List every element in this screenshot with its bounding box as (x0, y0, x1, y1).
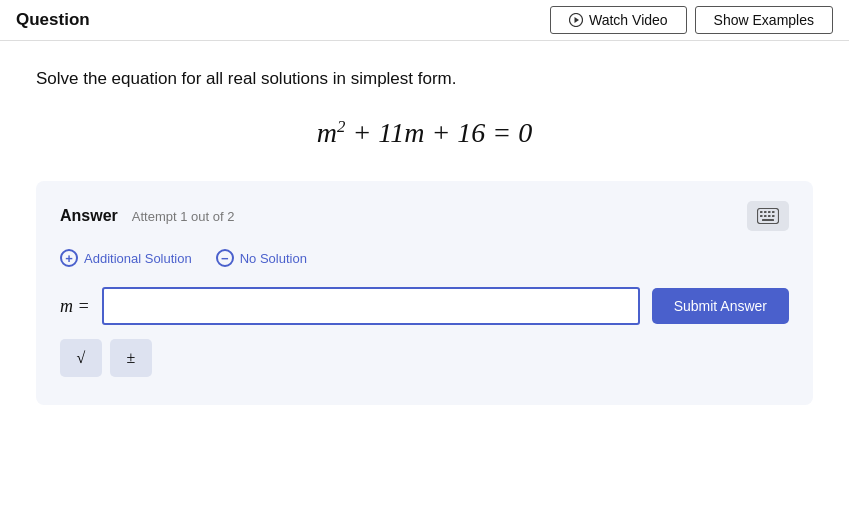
answer-input[interactable] (102, 287, 640, 325)
svg-rect-9 (768, 215, 771, 217)
answer-header-left: Answer Attempt 1 out of 2 (60, 207, 234, 225)
additional-solution-button[interactable]: + Additional Solution (60, 249, 192, 267)
svg-rect-4 (764, 211, 767, 213)
submit-label: Submit Answer (674, 298, 767, 314)
svg-rect-5 (768, 211, 771, 213)
show-examples-label: Show Examples (714, 12, 814, 28)
no-solution-button[interactable]: − No Solution (216, 249, 307, 267)
keyboard-button[interactable] (747, 201, 789, 231)
watch-video-label: Watch Video (589, 12, 668, 28)
minus-circle-icon: − (216, 249, 234, 267)
plus-minus-button[interactable]: ± (110, 339, 152, 377)
svg-rect-10 (772, 215, 775, 217)
svg-rect-7 (760, 215, 763, 217)
answer-box: Answer Attempt 1 out of 2 (36, 181, 813, 405)
sqrt-button[interactable]: √ (60, 339, 102, 377)
show-examples-button[interactable]: Show Examples (695, 6, 833, 34)
answer-header: Answer Attempt 1 out of 2 (60, 201, 789, 231)
answer-label: Answer (60, 207, 118, 224)
play-icon (569, 13, 583, 27)
equation-container: m2 + 11m + 16 = 0 (36, 117, 813, 149)
sqrt-symbol: √ (77, 349, 86, 367)
svg-rect-8 (764, 215, 767, 217)
submit-answer-button[interactable]: Submit Answer (652, 288, 789, 324)
attempt-text: Attempt 1 out of 2 (132, 209, 235, 224)
plus-circle-icon: + (60, 249, 78, 267)
additional-solution-label: Additional Solution (84, 251, 192, 266)
header-buttons: Watch Video Show Examples (550, 6, 833, 34)
equation: m2 + 11m + 16 = 0 (317, 117, 532, 148)
plus-minus-symbol: ± (127, 349, 136, 367)
svg-rect-3 (760, 211, 763, 213)
svg-rect-11 (762, 219, 774, 221)
input-row: m = Submit Answer (60, 287, 789, 325)
math-buttons: √ ± (60, 339, 789, 377)
svg-rect-6 (772, 211, 775, 213)
m-equals-label: m = (60, 296, 90, 317)
main-content: Solve the equation for all real solution… (0, 41, 849, 425)
no-solution-label: No Solution (240, 251, 307, 266)
header: Question Watch Video Show Examples (0, 0, 849, 41)
question-text: Solve the equation for all real solution… (36, 69, 813, 89)
solution-links: + Additional Solution − No Solution (60, 249, 789, 267)
watch-video-button[interactable]: Watch Video (550, 6, 687, 34)
question-label: Question (16, 10, 90, 30)
keyboard-icon (757, 208, 779, 224)
svg-marker-1 (575, 17, 580, 23)
